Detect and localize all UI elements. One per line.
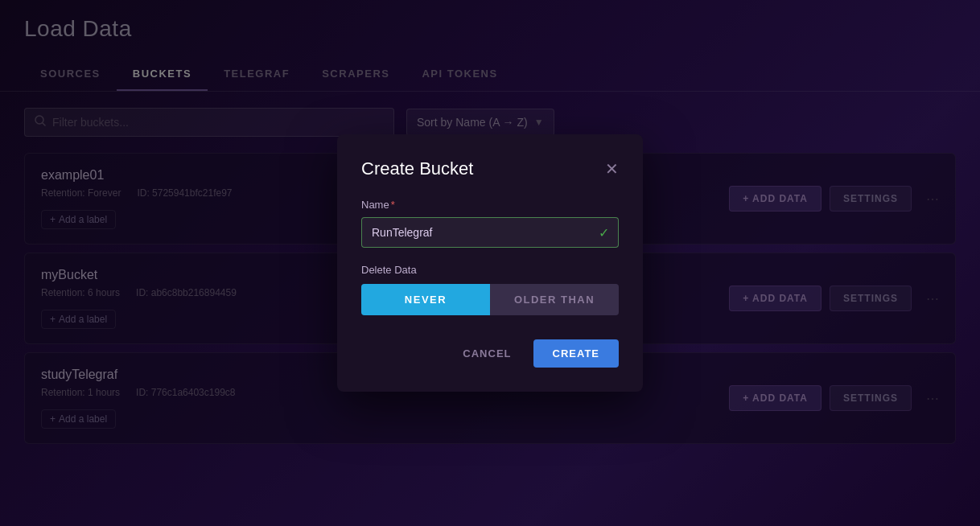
page-container: Load Data SOURCES BUCKETS TELEGRAF SCRAP… [0,0,980,452]
cancel-button[interactable]: CANCEL [453,341,521,366]
modal-footer: CANCEL CREATE [361,339,619,368]
bucket-name-input[interactable] [361,217,619,248]
delete-data-field: Delete Data NEVER OLDER THAN [361,264,619,315]
required-indicator: * [391,199,395,211]
name-field: Name* ✓ [361,199,619,248]
valid-checkmark-icon: ✓ [599,225,609,240]
delete-data-toggle-group: NEVER OLDER THAN [361,284,619,315]
delete-data-label: Delete Data [361,264,619,276]
name-input-wrapper: ✓ [361,217,619,248]
never-toggle-button[interactable]: NEVER [361,284,490,315]
create-bucket-modal: Create Bucket ✕ Name* ✓ Delete Data NEVE… [337,134,643,392]
create-button[interactable]: CREATE [533,339,619,368]
modal-title: Create Bucket [361,158,473,179]
modal-header: Create Bucket ✕ [361,158,619,179]
modal-overlay: Create Bucket ✕ Name* ✓ Delete Data NEVE… [0,0,980,526]
modal-close-button[interactable]: ✕ [605,161,619,177]
older-than-toggle-button[interactable]: OLDER THAN [490,284,619,315]
name-label: Name* [361,199,619,211]
